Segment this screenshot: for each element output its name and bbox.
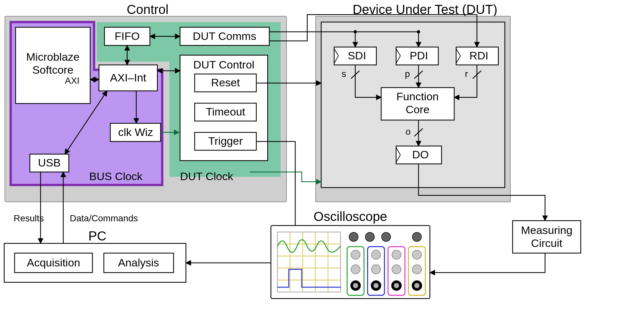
svg-text:clk Wiz: clk Wiz bbox=[118, 126, 153, 138]
axi-int-block: AXI–Int bbox=[99, 65, 157, 91]
svg-point-59 bbox=[382, 232, 391, 241]
svg-text:Core: Core bbox=[406, 103, 430, 116]
do-block: DO bbox=[396, 146, 442, 164]
svg-text:AXI: AXI bbox=[65, 76, 79, 86]
rdi-block: RDI bbox=[456, 47, 498, 65]
svg-point-67 bbox=[371, 250, 381, 259]
data-commands-label: Data/Commands bbox=[70, 213, 138, 223]
dut-control-block: DUT Control Reset Timeout Trigger bbox=[180, 55, 268, 161]
oscilloscope-block bbox=[271, 226, 430, 299]
analysis-block: Analysis bbox=[104, 253, 174, 273]
signal-s: s bbox=[342, 69, 346, 79]
measuring-scope-arrow bbox=[430, 253, 545, 273]
svg-text:PDI: PDI bbox=[410, 49, 428, 62]
svg-point-78 bbox=[412, 265, 421, 274]
scope-port-1 bbox=[347, 247, 364, 295]
pdi-block: PDI bbox=[396, 47, 438, 65]
svg-text:AXI–Int: AXI–Int bbox=[110, 71, 146, 84]
function-core-block: Function Core bbox=[381, 88, 454, 120]
svg-point-58 bbox=[365, 232, 374, 241]
oscilloscope-title: Oscilloscope bbox=[314, 209, 387, 224]
svg-text:Circuit: Circuit bbox=[531, 237, 563, 249]
svg-text:Measuring: Measuring bbox=[521, 224, 573, 236]
dut-comms-block: DUT Comms bbox=[180, 27, 269, 45]
svg-text:Softcore: Softcore bbox=[32, 64, 74, 76]
svg-point-75 bbox=[394, 283, 399, 288]
control-title: Control bbox=[127, 2, 169, 17]
bus-clock-label: BUS Clock bbox=[89, 170, 143, 182]
acquisition-block: Acquisition bbox=[15, 253, 92, 273]
svg-point-70 bbox=[373, 283, 379, 288]
signal-r: r bbox=[465, 69, 468, 79]
svg-text:Function: Function bbox=[396, 90, 439, 103]
svg-point-77 bbox=[412, 250, 421, 259]
svg-text:Acquisition: Acquisition bbox=[27, 256, 80, 269]
svg-text:DUT Comms: DUT Comms bbox=[193, 30, 256, 42]
pc-title: PC bbox=[88, 229, 106, 243]
signal-p: p bbox=[405, 69, 410, 79]
results-label: Results bbox=[14, 213, 44, 223]
svg-point-57 bbox=[349, 232, 358, 241]
svg-text:Timeout: Timeout bbox=[206, 105, 245, 118]
svg-text:DO: DO bbox=[412, 148, 429, 161]
svg-text:Analysis: Analysis bbox=[118, 256, 159, 269]
svg-text:Microblaze: Microblaze bbox=[26, 51, 79, 63]
clk-wiz-block: clk Wiz bbox=[110, 123, 161, 141]
svg-point-80 bbox=[414, 283, 419, 288]
svg-point-68 bbox=[371, 265, 381, 274]
svg-point-62 bbox=[351, 250, 360, 259]
svg-point-65 bbox=[353, 283, 358, 288]
svg-text:USB: USB bbox=[38, 156, 61, 169]
svg-text:Reset: Reset bbox=[211, 76, 240, 89]
svg-text:FIFO: FIFO bbox=[115, 30, 140, 42]
dut-clock-label: DUT Clock bbox=[180, 170, 234, 182]
svg-point-73 bbox=[392, 265, 401, 274]
svg-text:Trigger: Trigger bbox=[208, 135, 243, 147]
microblaze-block: Microblaze Softcore AXI bbox=[16, 27, 90, 104]
svg-point-60 bbox=[412, 232, 421, 241]
svg-point-63 bbox=[351, 265, 360, 274]
svg-text:DUT Control: DUT Control bbox=[193, 58, 254, 71]
usb-block: USB bbox=[30, 154, 69, 172]
fifo-block: FIFO bbox=[104, 27, 150, 45]
measuring-circuit-block: Measuring Circuit bbox=[513, 221, 581, 253]
svg-text:SDI: SDI bbox=[348, 49, 366, 62]
signal-o: o bbox=[406, 127, 411, 137]
svg-text:RDI: RDI bbox=[469, 49, 489, 62]
svg-rect-48 bbox=[277, 232, 341, 292]
scope-port-3 bbox=[388, 247, 405, 295]
svg-point-72 bbox=[392, 250, 401, 259]
scope-port-4 bbox=[408, 247, 425, 295]
scope-port-2 bbox=[368, 247, 384, 295]
sdi-block: SDI bbox=[334, 47, 376, 65]
